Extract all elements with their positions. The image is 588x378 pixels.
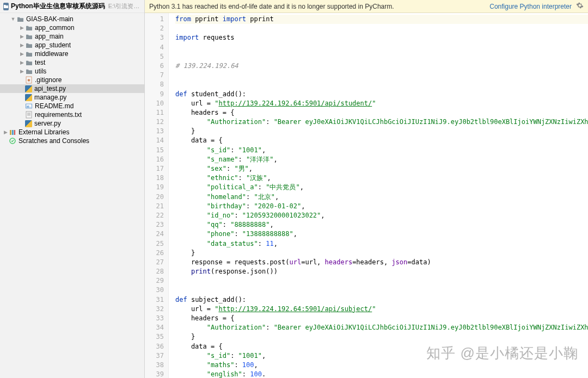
line-number: 29 [148, 276, 164, 286]
code-line[interactable]: "homeland": "北京", [175, 193, 588, 202]
code-line[interactable] [175, 71, 588, 80]
code-line[interactable]: } [175, 127, 588, 136]
md-icon: M↓ [25, 102, 33, 110]
code-line[interactable]: data = { [175, 136, 588, 145]
scratches-consoles[interactable]: Scratches and Consoles [0, 137, 144, 145]
gear-icon[interactable] [576, 2, 584, 11]
folder-icon [25, 59, 33, 66]
code-line[interactable]: url = "http://139.224.192.64:5901/api/st… [175, 99, 588, 108]
tree-arrow[interactable]: ▶ [19, 69, 25, 74]
code-line[interactable] [175, 276, 588, 286]
line-number: 23 [148, 220, 164, 230]
project-header[interactable]: Python毕业生信息审核系统源码 E:\引流资料\引流资料 [0, 0, 144, 13]
file-requirements[interactable]: requirements.txt [0, 110, 144, 119]
py-icon [25, 85, 32, 92]
line-number: 30 [148, 286, 164, 295]
svg-rect-10 [14, 130, 15, 135]
tree-item-label: .gitignore [35, 76, 62, 84]
tree-item-label: manage.py [34, 94, 66, 101]
code-line[interactable]: "s_id": "1001", [175, 146, 588, 155]
code-line[interactable]: "Authorization": "Bearer eyJ0eXAiOiJKV1Q… [175, 117, 588, 127]
code-line[interactable]: } [175, 249, 588, 258]
code-line[interactable]: "sex": "男", [175, 164, 588, 173]
eol-warning-banner: Python 3.1 has reached its end-of-life d… [145, 0, 588, 13]
code-line[interactable] [175, 52, 588, 61]
tree-item-label: External Libraries [19, 128, 69, 136]
folder-app-common[interactable]: ▶app_common [0, 23, 144, 32]
code-line[interactable] [175, 80, 588, 89]
tree-arrow[interactable]: ▶ [19, 25, 25, 30]
file-gitignore[interactable]: ✱.gitignore [0, 76, 144, 84]
tree-item-label: Scratches and Consoles [19, 137, 89, 145]
code-line[interactable]: headers = { [175, 314, 588, 323]
line-number: 12 [148, 117, 164, 127]
line-number-gutter: 1234567891011121314151617181920212223242… [145, 13, 169, 378]
code-line[interactable]: "political_a": "中共党员", [175, 183, 588, 192]
code-line[interactable] [175, 286, 588, 295]
code-line[interactable]: "id_no": "120593200001023022", [175, 211, 588, 220]
code-line[interactable]: "Authorization": "Bearer eyJ0eXAiOiJKV1Q… [175, 323, 588, 332]
tree-arrow[interactable]: ▼ [10, 16, 16, 22]
tree-item-label: GIAS-BAK-main [26, 15, 74, 23]
code-line[interactable]: headers = { [175, 108, 588, 117]
txt-icon [25, 111, 33, 119]
code-line[interactable] [175, 43, 588, 52]
folder-icon [25, 41, 33, 49]
code-line[interactable]: } [175, 332, 588, 342]
code-line[interactable]: "birthday": "2020-01-02", [175, 202, 588, 211]
tree-arrow[interactable]: ▶ [19, 51, 25, 57]
code-line[interactable] [175, 24, 588, 33]
folder-utils[interactable]: ▶utils [0, 67, 144, 76]
code-line[interactable]: # 139.224.192.64 [175, 61, 588, 71]
external-libraries[interactable]: ▶External Libraries [0, 128, 144, 137]
file-readme[interactable]: M↓README.md [0, 102, 144, 110]
line-number: 15 [148, 146, 164, 155]
line-number: 25 [148, 239, 164, 249]
folder-app-student[interactable]: ▶app_student [0, 41, 144, 49]
folder-middleware[interactable]: ▶middleware [0, 49, 144, 58]
code-line[interactable]: def student_add(): [175, 90, 588, 99]
tree-item-label: app_student [35, 41, 71, 49]
line-number: 33 [148, 314, 164, 323]
folder-test[interactable]: ▶test [0, 58, 144, 67]
file-server[interactable]: server.py [0, 119, 144, 128]
line-number: 21 [148, 202, 164, 211]
code-line[interactable]: "phone": "13888888888", [175, 230, 588, 239]
line-number: 37 [148, 351, 164, 361]
code-editor[interactable]: 1234567891011121314151617181920212223242… [145, 13, 588, 378]
code-line[interactable]: response = requests.post(url=url, header… [175, 258, 588, 267]
code-line[interactable]: import requests [175, 33, 588, 42]
tree-arrow[interactable]: ▶ [19, 42, 25, 48]
line-number: 20 [148, 193, 164, 202]
line-number: 13 [148, 127, 164, 136]
file-api-test[interactable]: api_test.py [0, 84, 144, 93]
code-line[interactable]: "s_name": "洋洋洋", [175, 155, 588, 164]
code-line[interactable]: "english": 100. [175, 370, 588, 378]
code-line[interactable]: data = { [175, 342, 588, 351]
code-line[interactable]: "data_status": 11, [175, 239, 588, 249]
line-number: 36 [148, 342, 164, 351]
line-number: 24 [148, 230, 164, 239]
configure-interpreter-link[interactable]: Configure Python interpreter [489, 3, 572, 10]
folder-app-main[interactable]: ▶app_main [0, 32, 144, 41]
tree-arrow[interactable]: ▶ [19, 34, 25, 39]
tree-arrow[interactable]: ▶ [19, 60, 25, 65]
file-manage[interactable]: manage.py [0, 93, 144, 102]
line-number: 35 [148, 332, 164, 342]
code-line[interactable]: from pprint import pprint [175, 15, 588, 24]
lib-icon [9, 128, 16, 136]
line-number: 4 [148, 43, 164, 52]
code-line[interactable]: "ethnic": "汉族", [175, 173, 588, 183]
code-line[interactable]: "s_id": "1001", [175, 351, 588, 361]
code-line[interactable]: def subject_add(): [175, 295, 588, 305]
code-line[interactable]: "qq": "88888888", [175, 220, 588, 230]
line-number: 14 [148, 136, 164, 145]
code-line[interactable]: url = "http://139.224.192.64:5901/api/su… [175, 305, 588, 314]
code-line[interactable]: "maths": 100, [175, 361, 588, 370]
folder-icon [25, 24, 33, 32]
tree-arrow[interactable]: ▶ [2, 129, 9, 135]
code-line[interactable]: print(response.json()) [175, 267, 588, 276]
line-number: 1 [148, 15, 164, 24]
code-content[interactable]: from pprint import pprint import request… [169, 13, 588, 378]
folder-gias-bak-main[interactable]: ▼GIAS-BAK-main [0, 15, 144, 23]
